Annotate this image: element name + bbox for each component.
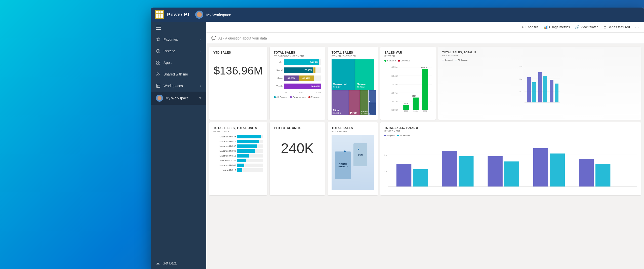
- favorites-chevron: ›: [200, 38, 201, 41]
- country-map: NORTHAMERICA EUR: [332, 135, 374, 190]
- tile-ytd-total-units: YTD Total Units 240K: [270, 122, 325, 195]
- svg-rect-48: [442, 151, 457, 187]
- product-bar-chart: Maximus UM-43 Maximus UM-11 Maximus UM-9…: [213, 135, 263, 172]
- sales-var-title: Sales Var: [384, 51, 432, 54]
- svg-text:$0.0bn: $0.0bn: [391, 109, 398, 111]
- north-america-label: NORTHAMERICA: [338, 163, 348, 168]
- view-related-icon: 🔗: [575, 25, 579, 29]
- svg-text:$0.2bn: $0.2bn: [391, 92, 398, 94]
- sidebar-item-my-workspace[interactable]: My Workspace ∨: [151, 92, 206, 105]
- recent-chevron: ›: [200, 50, 201, 53]
- svg-text:$31M: $31M: [404, 103, 408, 104]
- svg-rect-40: [550, 80, 553, 102]
- sidebar-nav: Favorites › Recent ›: [151, 34, 206, 257]
- apps-waffle-icon[interactable]: [155, 10, 164, 19]
- manufacturer-subtitle: BY MANUFACTURER: [332, 55, 374, 57]
- svg-text:$258.2M: $258.2M: [421, 67, 428, 68]
- get-data-button[interactable]: Get Data: [156, 261, 201, 265]
- tile-ytd-sales: YTD Sales $136.96M: [209, 47, 267, 120]
- svg-text:$0.1bn: $0.1bn: [391, 100, 398, 103]
- svg-rect-22: [413, 98, 419, 110]
- title-bar: Power BI My Workspace: [151, 8, 644, 22]
- tile-segment-chart: Total Sales, Total U BY SEGMENT Segment …: [380, 122, 641, 195]
- view-related-button[interactable]: 🔗 View related: [575, 25, 598, 29]
- qa-bar[interactable]: 💬 Ask a question about your data: [206, 33, 644, 44]
- total-sales-cat-subtitle: BY CATEGORY, SEGMENT: [274, 55, 321, 57]
- svg-rect-4: [158, 63, 160, 64]
- sidebar-item-recent[interactable]: Recent ›: [151, 45, 206, 57]
- toolbar: + + Add tile 📊 Usage metrics 🔗 View rela…: [206, 22, 644, 33]
- ytd-sales-title: YTD Sales: [213, 51, 263, 54]
- tile-total-sales-manufacturer: Total Sales BY MANUFACTURER VanArsdel $2…: [328, 47, 378, 120]
- svg-rect-41: [555, 84, 558, 102]
- main-layout: Favorites › Recent ›: [151, 22, 644, 269]
- usage-metrics-button[interactable]: 📊 Usage metrics: [543, 25, 570, 29]
- svg-rect-52: [533, 148, 548, 186]
- category-legend: All Season Convenience Extreme: [274, 96, 321, 98]
- sidebar-item-workspaces[interactable]: Workspaces ›: [151, 80, 206, 92]
- svg-rect-2: [158, 61, 160, 62]
- svg-rect-24: [422, 69, 428, 110]
- svg-rect-50: [488, 156, 503, 187]
- svg-text:3M: 3M: [519, 78, 522, 80]
- my-workspace-avatar: [156, 95, 163, 102]
- ytd-sales-value: $136.96M: [213, 64, 263, 77]
- content-area: + + Add tile 📊 Usage metrics 🔗 View rela…: [206, 22, 644, 269]
- svg-text:2M: 2M: [519, 91, 522, 93]
- sidebar-item-apps[interactable]: Apps: [151, 57, 206, 68]
- ytd-units-value: 240K: [274, 140, 321, 156]
- add-tile-button[interactable]: + + Add tile: [521, 25, 538, 29]
- dashboard: YTD Sales $136.96M Total Sales BY CATEGO…: [206, 44, 644, 269]
- svg-rect-39: [543, 76, 547, 102]
- sales-var-subtitle: BY YEAR: [384, 55, 432, 57]
- workspace-label: My Workspace: [206, 13, 231, 17]
- svg-text:2000: 2000: [404, 110, 408, 112]
- svg-rect-20: [403, 105, 409, 110]
- more-icon: ⋯: [635, 25, 639, 29]
- svg-text:$52M: $52M: [412, 95, 416, 97]
- tile-total-sales-country: Total Sales BY COUNTRY NORTHAMERICA EUR: [328, 122, 378, 195]
- qa-placeholder: Ask a question about your data: [218, 36, 267, 40]
- svg-rect-36: [527, 77, 531, 102]
- svg-rect-53: [550, 153, 565, 186]
- manufacturer-title: Total Sales: [332, 51, 374, 54]
- chat-icon: 💬: [211, 36, 216, 41]
- set-as-featured-button[interactable]: ⊙ Set as featured: [603, 25, 630, 29]
- sidebar-item-shared-with-me[interactable]: Shared with me: [151, 68, 206, 80]
- my-workspace-chevron: ∨: [199, 96, 201, 100]
- app-title: Power BI: [167, 12, 189, 18]
- sidebar: Favorites › Recent ›: [151, 22, 206, 269]
- svg-rect-1: [156, 61, 158, 62]
- europe-label: EUR: [358, 153, 363, 156]
- svg-rect-46: [396, 164, 411, 186]
- svg-rect-3: [156, 63, 158, 64]
- svg-text:$0.3bn: $0.3bn: [391, 83, 398, 86]
- svg-rect-54: [579, 159, 594, 186]
- category-bar-chart: Mix 94.26% Rural: [274, 59, 321, 98]
- svg-text:$0.5bn: $0.5bn: [391, 66, 398, 68]
- svg-text:$0.4bn: $0.4bn: [391, 75, 398, 77]
- sidebar-item-favorites[interactable]: Favorites ›: [151, 34, 206, 45]
- more-options-button[interactable]: ⋯: [635, 25, 639, 29]
- total-sales-cat-title: Total Sales: [274, 51, 321, 54]
- workspaces-chevron: ›: [200, 84, 201, 87]
- svg-rect-49: [459, 156, 473, 187]
- svg-text:2002: 2002: [423, 110, 427, 112]
- svg-rect-55: [595, 164, 610, 186]
- hamburger-button[interactable]: [151, 22, 206, 34]
- svg-point-6: [159, 73, 160, 74]
- sidebar-bottom: Get Data: [151, 257, 206, 269]
- svg-rect-38: [538, 72, 542, 102]
- tile-sales-var-year: Sales Var BY YEAR Increase Decrease: [380, 47, 436, 120]
- svg-rect-51: [504, 162, 519, 187]
- usage-metrics-icon: 📊: [543, 25, 548, 29]
- avatar[interactable]: [195, 11, 203, 19]
- svg-rect-7: [156, 84, 160, 88]
- svg-rect-47: [413, 169, 428, 186]
- svg-point-5: [157, 73, 158, 74]
- tile-total-sales-category: Total Sales BY CATEGORY, SEGMENT Mix 94.…: [270, 47, 325, 120]
- svg-text:4M: 4M: [519, 65, 522, 68]
- tile-total-units-product: Total Sales, Total Units BY PRODUCT Maxi…: [209, 122, 267, 195]
- svg-rect-37: [532, 82, 536, 102]
- add-tile-icon: +: [521, 25, 524, 29]
